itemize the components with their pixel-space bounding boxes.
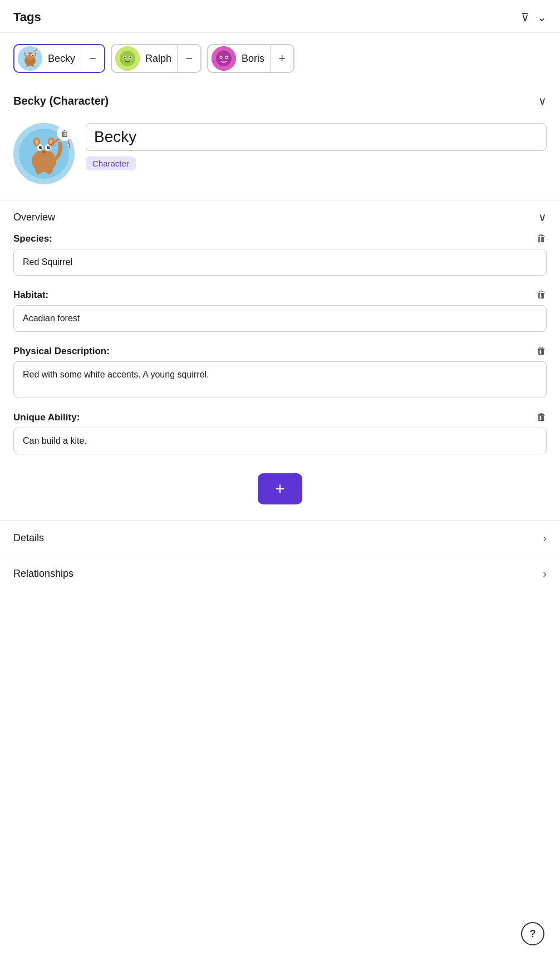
field-unique-ability-label-row: Unique Ability: 🗑	[13, 411, 547, 423]
svg-point-22	[226, 57, 228, 58]
page-title: Tags	[13, 10, 41, 24]
ralph-avatar-svg	[115, 46, 140, 71]
nav-details[interactable]: Details ›	[0, 520, 560, 556]
character-section-chevron: ∨	[538, 94, 547, 107]
character-section-header[interactable]: Becky (Character) ∨	[0, 84, 560, 117]
nav-details-label: Details	[13, 532, 44, 544]
svg-point-29	[35, 139, 38, 145]
add-button-wrap: +	[0, 468, 560, 520]
overview-title: Overview	[13, 212, 55, 223]
header-actions: ⊽ ⌄	[521, 11, 547, 24]
nav-relationships-chevron: ›	[543, 567, 547, 580]
svg-point-14	[124, 57, 126, 58]
add-field-button[interactable]: +	[258, 473, 302, 504]
header-chevron-icon[interactable]: ⌄	[537, 11, 547, 24]
field-unique-ability-input[interactable]: Can build a kite.	[13, 428, 547, 454]
overview-chevron: ∨	[538, 210, 547, 224]
nav-details-chevron: ›	[543, 532, 547, 545]
field-unique-ability: Unique Ability: 🗑 Can build a kite.	[13, 411, 547, 454]
header: Tags ⊽ ⌄	[0, 0, 560, 33]
svg-point-34	[47, 146, 50, 149]
tag-boris-avatar	[212, 46, 236, 71]
tag-ralph-label: Ralph	[143, 53, 177, 65]
svg-point-18	[216, 51, 232, 66]
character-name-input[interactable]	[86, 123, 547, 151]
tag-ralph-action[interactable]: −	[177, 45, 200, 72]
svg-point-7	[29, 57, 31, 58]
field-habitat-input[interactable]: Acadian forest	[13, 305, 547, 332]
svg-point-6	[32, 55, 33, 56]
field-habitat: Habitat: 🗑 Acadian forest	[13, 289, 547, 332]
svg-point-36	[48, 146, 50, 148]
svg-point-35	[41, 146, 42, 148]
field-habitat-label: Habitat:	[13, 290, 48, 301]
svg-point-15	[130, 57, 131, 58]
character-type-badge[interactable]: Character	[86, 156, 136, 170]
field-habitat-label-row: Habitat: 🗑	[13, 289, 547, 301]
field-physical-description-delete[interactable]: 🗑	[537, 345, 547, 357]
svg-point-37	[42, 151, 46, 153]
character-avatar-wrap: 🗑	[13, 123, 75, 184]
fields-container: Species: 🗑 Red Squirrel Habitat: 🗑 Acadi…	[0, 228, 560, 468]
svg-point-21	[220, 57, 222, 58]
help-button[interactable]: ?	[521, 922, 544, 945]
becky-avatar-svg	[18, 46, 42, 71]
tag-ralph[interactable]: Ralph −	[111, 44, 202, 73]
filter-icon[interactable]: ⊽	[521, 11, 529, 24]
boris-avatar-svg	[212, 46, 236, 71]
field-habitat-delete[interactable]: 🗑	[537, 289, 547, 301]
svg-point-16	[126, 58, 129, 61]
field-unique-ability-delete[interactable]: 🗑	[537, 411, 547, 423]
svg-point-33	[39, 146, 42, 149]
tag-becky-label: Becky	[46, 53, 81, 65]
field-physical-description: Physical Description: 🗑 Red with some wh…	[13, 345, 547, 398]
field-physical-description-input[interactable]: Red with some white accents. A young squ…	[13, 361, 547, 398]
tag-boris-action[interactable]: +	[270, 45, 293, 72]
nav-relationships-label: Relationships	[13, 568, 73, 580]
nav-relationships[interactable]: Relationships ›	[0, 556, 560, 591]
tag-becky[interactable]: Becky −	[13, 44, 105, 73]
field-species: Species: 🗑 Red Squirrel	[13, 233, 547, 276]
character-section-title: Becky (Character)	[13, 95, 109, 107]
field-unique-ability-label: Unique Ability:	[13, 412, 80, 423]
character-card: 🗑 Character	[0, 117, 560, 200]
add-field-icon: +	[275, 479, 285, 498]
field-physical-description-label: Physical Description:	[13, 346, 110, 357]
tag-ralph-avatar	[115, 46, 140, 71]
character-avatar-delete[interactable]: 🗑	[57, 125, 72, 141]
svg-point-42	[45, 163, 53, 174]
tag-becky-action[interactable]: −	[81, 45, 104, 72]
overview-section-header[interactable]: Overview ∨	[0, 200, 560, 228]
tags-row: Becky − Ralph −	[0, 33, 560, 84]
svg-point-41	[35, 163, 43, 174]
field-species-input[interactable]: Red Squirrel	[13, 249, 547, 276]
tag-boris-label: Boris	[239, 53, 270, 65]
field-physical-description-label-row: Physical Description: 🗑	[13, 345, 547, 357]
field-species-label-row: Species: 🗑	[13, 233, 547, 244]
character-info: Character	[86, 123, 547, 170]
tag-becky-avatar	[18, 46, 42, 71]
field-species-delete[interactable]: 🗑	[537, 233, 547, 244]
tag-boris[interactable]: Boris +	[207, 44, 294, 73]
svg-point-5	[28, 55, 29, 56]
field-species-label: Species:	[13, 233, 52, 244]
